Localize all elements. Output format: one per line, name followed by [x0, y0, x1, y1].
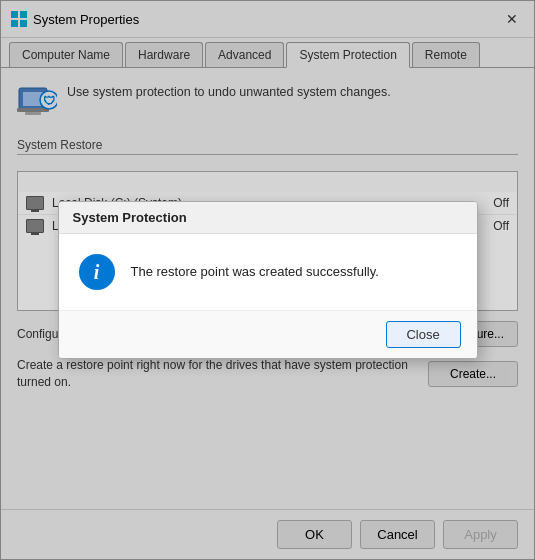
modal-title: System Protection — [59, 202, 477, 234]
modal-body: i The restore point was created successf… — [59, 234, 477, 310]
system-protection-dialog: System Protection i The restore point wa… — [58, 201, 478, 359]
modal-overlay: System Protection i The restore point wa… — [0, 0, 535, 560]
modal-close-button[interactable]: Close — [386, 321, 461, 348]
info-icon: i — [79, 254, 115, 290]
modal-footer: Close — [59, 310, 477, 358]
modal-message: The restore point was created successful… — [131, 262, 379, 282]
